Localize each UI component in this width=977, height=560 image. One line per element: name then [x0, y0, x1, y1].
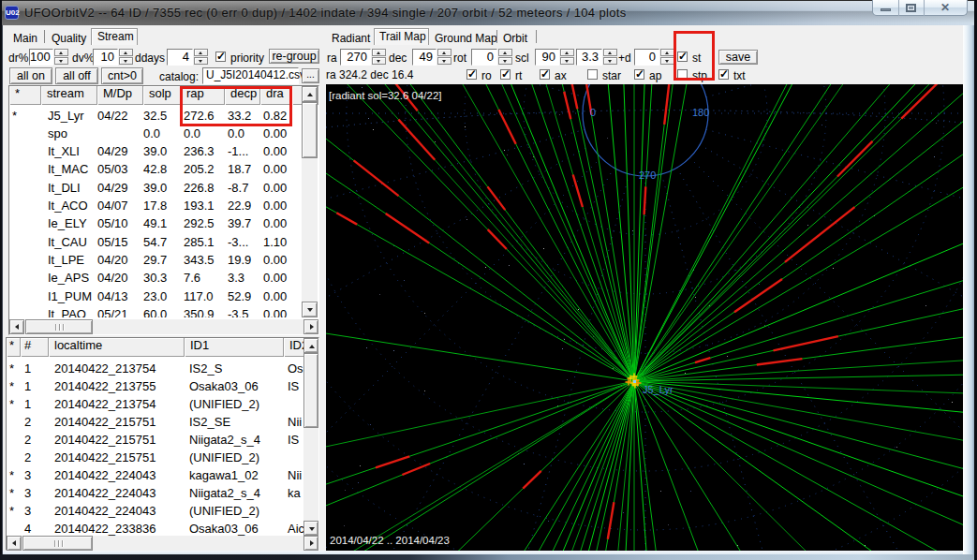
svg-text:180: 180 — [692, 107, 709, 118]
svg-text:0: 0 — [590, 107, 596, 118]
svg-text:[radiant sol=32.6 04/22]: [radiant sol=32.6 04/22] — [329, 90, 442, 101]
svg-text:2014/04/22 .. 2014/04/23: 2014/04/22 .. 2014/04/23 — [330, 535, 450, 546]
svg-text:J5_Lyr: J5_Lyr — [643, 384, 674, 395]
svg-text:270: 270 — [639, 169, 656, 181]
